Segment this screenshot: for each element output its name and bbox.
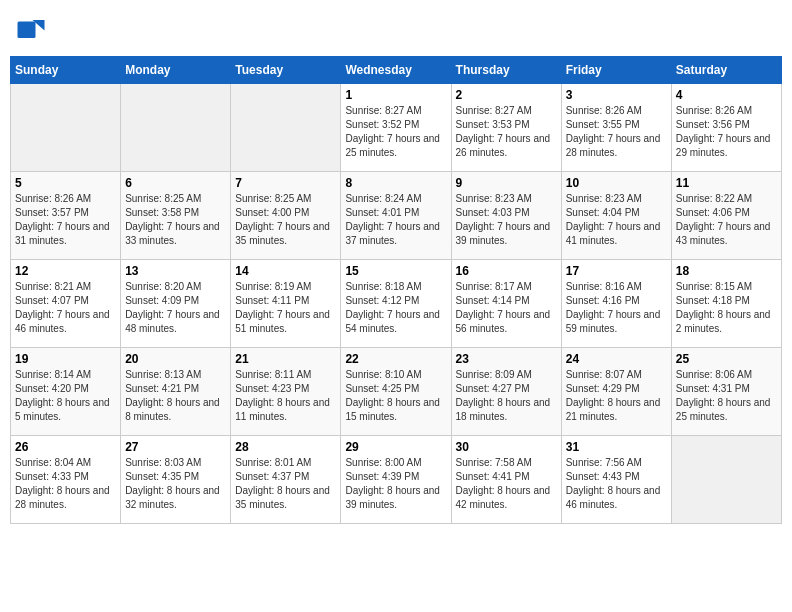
page-header xyxy=(10,10,782,48)
cell-detail: Sunrise: 7:56 AMSunset: 4:43 PMDaylight:… xyxy=(566,456,667,512)
weekday-header-wednesday: Wednesday xyxy=(341,57,451,84)
calendar-cell: 9 Sunrise: 8:23 AMSunset: 4:03 PMDayligh… xyxy=(451,172,561,260)
cell-detail: Sunrise: 8:19 AMSunset: 4:11 PMDaylight:… xyxy=(235,280,336,336)
day-number: 24 xyxy=(566,352,667,366)
calendar-week-3: 12 Sunrise: 8:21 AMSunset: 4:07 PMDaylig… xyxy=(11,260,782,348)
calendar-cell: 13 Sunrise: 8:20 AMSunset: 4:09 PMDaylig… xyxy=(121,260,231,348)
day-number: 13 xyxy=(125,264,226,278)
day-number: 23 xyxy=(456,352,557,366)
cell-detail: Sunrise: 8:16 AMSunset: 4:16 PMDaylight:… xyxy=(566,280,667,336)
calendar-cell: 15 Sunrise: 8:18 AMSunset: 4:12 PMDaylig… xyxy=(341,260,451,348)
calendar-cell: 5 Sunrise: 8:26 AMSunset: 3:57 PMDayligh… xyxy=(11,172,121,260)
calendar-cell: 24 Sunrise: 8:07 AMSunset: 4:29 PMDaylig… xyxy=(561,348,671,436)
day-number: 1 xyxy=(345,88,446,102)
cell-detail: Sunrise: 8:15 AMSunset: 4:18 PMDaylight:… xyxy=(676,280,777,336)
calendar-cell xyxy=(231,84,341,172)
cell-detail: Sunrise: 8:17 AMSunset: 4:14 PMDaylight:… xyxy=(456,280,557,336)
calendar-cell: 17 Sunrise: 8:16 AMSunset: 4:16 PMDaylig… xyxy=(561,260,671,348)
cell-detail: Sunrise: 8:01 AMSunset: 4:37 PMDaylight:… xyxy=(235,456,336,512)
cell-detail: Sunrise: 8:24 AMSunset: 4:01 PMDaylight:… xyxy=(345,192,446,248)
weekday-header-thursday: Thursday xyxy=(451,57,561,84)
cell-detail: Sunrise: 8:11 AMSunset: 4:23 PMDaylight:… xyxy=(235,368,336,424)
cell-detail: Sunrise: 8:27 AMSunset: 3:53 PMDaylight:… xyxy=(456,104,557,160)
logo xyxy=(16,14,48,44)
weekday-header-monday: Monday xyxy=(121,57,231,84)
calendar-cell: 11 Sunrise: 8:22 AMSunset: 4:06 PMDaylig… xyxy=(671,172,781,260)
cell-detail: Sunrise: 8:20 AMSunset: 4:09 PMDaylight:… xyxy=(125,280,226,336)
cell-detail: Sunrise: 8:03 AMSunset: 4:35 PMDaylight:… xyxy=(125,456,226,512)
day-number: 8 xyxy=(345,176,446,190)
weekday-header-friday: Friday xyxy=(561,57,671,84)
calendar-cell: 31 Sunrise: 7:56 AMSunset: 4:43 PMDaylig… xyxy=(561,436,671,524)
cell-detail: Sunrise: 8:14 AMSunset: 4:20 PMDaylight:… xyxy=(15,368,116,424)
calendar-cell: 10 Sunrise: 8:23 AMSunset: 4:04 PMDaylig… xyxy=(561,172,671,260)
calendar-week-1: 1 Sunrise: 8:27 AMSunset: 3:52 PMDayligh… xyxy=(11,84,782,172)
calendar-cell: 20 Sunrise: 8:13 AMSunset: 4:21 PMDaylig… xyxy=(121,348,231,436)
calendar-cell: 6 Sunrise: 8:25 AMSunset: 3:58 PMDayligh… xyxy=(121,172,231,260)
calendar-cell: 3 Sunrise: 8:26 AMSunset: 3:55 PMDayligh… xyxy=(561,84,671,172)
day-number: 27 xyxy=(125,440,226,454)
day-number: 2 xyxy=(456,88,557,102)
cell-detail: Sunrise: 8:21 AMSunset: 4:07 PMDaylight:… xyxy=(15,280,116,336)
day-number: 28 xyxy=(235,440,336,454)
calendar-cell xyxy=(121,84,231,172)
cell-detail: Sunrise: 8:25 AMSunset: 4:00 PMDaylight:… xyxy=(235,192,336,248)
calendar-cell: 26 Sunrise: 8:04 AMSunset: 4:33 PMDaylig… xyxy=(11,436,121,524)
calendar-cell: 23 Sunrise: 8:09 AMSunset: 4:27 PMDaylig… xyxy=(451,348,561,436)
svg-rect-1 xyxy=(18,22,36,39)
day-number: 15 xyxy=(345,264,446,278)
day-number: 25 xyxy=(676,352,777,366)
day-number: 29 xyxy=(345,440,446,454)
logo-icon xyxy=(16,14,46,44)
calendar-cell: 12 Sunrise: 8:21 AMSunset: 4:07 PMDaylig… xyxy=(11,260,121,348)
cell-detail: Sunrise: 8:18 AMSunset: 4:12 PMDaylight:… xyxy=(345,280,446,336)
cell-detail: Sunrise: 8:06 AMSunset: 4:31 PMDaylight:… xyxy=(676,368,777,424)
calendar-cell: 19 Sunrise: 8:14 AMSunset: 4:20 PMDaylig… xyxy=(11,348,121,436)
weekday-header-sunday: Sunday xyxy=(11,57,121,84)
day-number: 3 xyxy=(566,88,667,102)
day-number: 4 xyxy=(676,88,777,102)
calendar-week-4: 19 Sunrise: 8:14 AMSunset: 4:20 PMDaylig… xyxy=(11,348,782,436)
calendar-cell: 25 Sunrise: 8:06 AMSunset: 4:31 PMDaylig… xyxy=(671,348,781,436)
cell-detail: Sunrise: 8:23 AMSunset: 4:04 PMDaylight:… xyxy=(566,192,667,248)
day-number: 10 xyxy=(566,176,667,190)
cell-detail: Sunrise: 8:25 AMSunset: 3:58 PMDaylight:… xyxy=(125,192,226,248)
cell-detail: Sunrise: 8:04 AMSunset: 4:33 PMDaylight:… xyxy=(15,456,116,512)
calendar-cell: 8 Sunrise: 8:24 AMSunset: 4:01 PMDayligh… xyxy=(341,172,451,260)
calendar-cell: 1 Sunrise: 8:27 AMSunset: 3:52 PMDayligh… xyxy=(341,84,451,172)
calendar-cell: 14 Sunrise: 8:19 AMSunset: 4:11 PMDaylig… xyxy=(231,260,341,348)
day-number: 17 xyxy=(566,264,667,278)
calendar-cell: 7 Sunrise: 8:25 AMSunset: 4:00 PMDayligh… xyxy=(231,172,341,260)
day-number: 19 xyxy=(15,352,116,366)
day-number: 16 xyxy=(456,264,557,278)
calendar-body: 1 Sunrise: 8:27 AMSunset: 3:52 PMDayligh… xyxy=(11,84,782,524)
day-number: 6 xyxy=(125,176,226,190)
cell-detail: Sunrise: 8:22 AMSunset: 4:06 PMDaylight:… xyxy=(676,192,777,248)
day-number: 31 xyxy=(566,440,667,454)
weekday-header-row: SundayMondayTuesdayWednesdayThursdayFrid… xyxy=(11,57,782,84)
calendar-cell: 27 Sunrise: 8:03 AMSunset: 4:35 PMDaylig… xyxy=(121,436,231,524)
calendar-cell: 21 Sunrise: 8:11 AMSunset: 4:23 PMDaylig… xyxy=(231,348,341,436)
day-number: 14 xyxy=(235,264,336,278)
day-number: 22 xyxy=(345,352,446,366)
day-number: 30 xyxy=(456,440,557,454)
calendar-table: SundayMondayTuesdayWednesdayThursdayFrid… xyxy=(10,56,782,524)
cell-detail: Sunrise: 8:26 AMSunset: 3:57 PMDaylight:… xyxy=(15,192,116,248)
calendar-cell: 16 Sunrise: 8:17 AMSunset: 4:14 PMDaylig… xyxy=(451,260,561,348)
cell-detail: Sunrise: 8:07 AMSunset: 4:29 PMDaylight:… xyxy=(566,368,667,424)
cell-detail: Sunrise: 7:58 AMSunset: 4:41 PMDaylight:… xyxy=(456,456,557,512)
day-number: 12 xyxy=(15,264,116,278)
calendar-cell: 28 Sunrise: 8:01 AMSunset: 4:37 PMDaylig… xyxy=(231,436,341,524)
calendar-cell: 4 Sunrise: 8:26 AMSunset: 3:56 PMDayligh… xyxy=(671,84,781,172)
calendar-cell: 22 Sunrise: 8:10 AMSunset: 4:25 PMDaylig… xyxy=(341,348,451,436)
calendar-cell: 30 Sunrise: 7:58 AMSunset: 4:41 PMDaylig… xyxy=(451,436,561,524)
cell-detail: Sunrise: 8:13 AMSunset: 4:21 PMDaylight:… xyxy=(125,368,226,424)
day-number: 9 xyxy=(456,176,557,190)
weekday-header-saturday: Saturday xyxy=(671,57,781,84)
day-number: 21 xyxy=(235,352,336,366)
weekday-header-tuesday: Tuesday xyxy=(231,57,341,84)
cell-detail: Sunrise: 8:26 AMSunset: 3:56 PMDaylight:… xyxy=(676,104,777,160)
cell-detail: Sunrise: 8:27 AMSunset: 3:52 PMDaylight:… xyxy=(345,104,446,160)
cell-detail: Sunrise: 8:23 AMSunset: 4:03 PMDaylight:… xyxy=(456,192,557,248)
calendar-cell xyxy=(11,84,121,172)
